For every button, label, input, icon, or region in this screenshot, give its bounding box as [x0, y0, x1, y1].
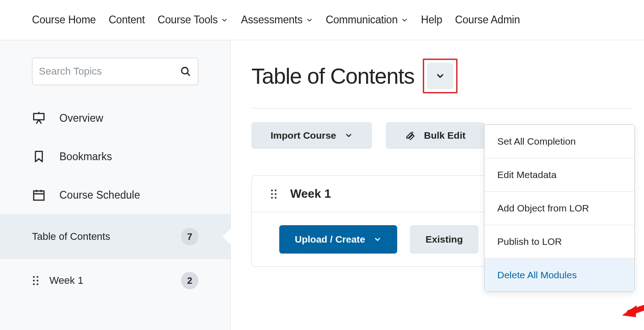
chevron-down-icon — [401, 16, 408, 24]
main-content: Table of Contents Import Course Bulk Edi… — [231, 40, 644, 267]
page-title: Table of Contents — [251, 64, 415, 89]
dd-add-object-from-lor[interactable]: Add Object from LOR — [484, 191, 634, 225]
presentation-icon — [32, 111, 46, 125]
toc-actions-dropdown: Set All Completion Edit Metadata Add Obj… — [484, 124, 635, 292]
svg-point-9 — [271, 189, 273, 191]
nav-assessments[interactable]: Assessments — [241, 14, 313, 26]
existing-activities-button[interactable]: Existing — [410, 225, 479, 254]
calendar-icon — [32, 188, 46, 202]
svg-point-8 — [37, 283, 38, 285]
chevron-down-icon — [306, 16, 313, 24]
svg-marker-15 — [622, 305, 637, 317]
annotation-arrow — [620, 294, 644, 324]
bulk-edit-button[interactable]: Bulk Edit — [386, 122, 485, 149]
sidebar-item-overview[interactable]: Overview — [0, 99, 230, 137]
svg-point-10 — [275, 189, 277, 191]
nav-course-admin[interactable]: Course Admin — [455, 14, 520, 26]
existing-label: Existing — [426, 234, 463, 245]
svg-point-12 — [275, 193, 277, 195]
title-actions-button[interactable] — [427, 63, 453, 89]
nav-communication-label: Communication — [326, 14, 398, 26]
sidebar-item-label: Bookmarks — [59, 151, 112, 163]
chevron-down-icon — [345, 131, 353, 140]
nav-course-tools[interactable]: Course Tools — [158, 14, 228, 26]
sidebar-module-label: Week 1 — [49, 275, 83, 287]
search-box[interactable] — [32, 58, 198, 85]
search-icon[interactable] — [180, 65, 192, 77]
module-title: Week 1 — [290, 187, 331, 201]
svg-rect-2 — [34, 191, 44, 200]
sidebar-item-label: Table of Contents — [32, 231, 110, 243]
nav-communication[interactable]: Communication — [326, 14, 408, 26]
svg-point-5 — [33, 280, 35, 281]
dd-publish-to-lor[interactable]: Publish to LOR — [484, 225, 634, 258]
import-course-button[interactable]: Import Course — [251, 122, 372, 149]
chevron-down-icon — [221, 16, 228, 24]
dd-delete-all-modules[interactable]: Delete All Modules — [484, 258, 634, 292]
divider — [251, 108, 633, 108]
drag-handle-icon[interactable] — [270, 189, 277, 200]
bookmark-icon — [32, 150, 46, 163]
sidebar: Overview Bookmarks Course Schedule Table… — [0, 40, 231, 330]
highlight-box — [423, 59, 458, 93]
sidebar-item-bookmarks[interactable]: Bookmarks — [0, 137, 230, 176]
bulk-edit-label: Bulk Edit — [424, 130, 466, 141]
svg-rect-1 — [34, 114, 44, 120]
nav-content[interactable]: Content — [109, 14, 145, 26]
nav-course-tools-label: Course Tools — [158, 14, 218, 26]
dd-edit-metadata[interactable]: Edit Metadata — [484, 158, 634, 191]
svg-point-3 — [33, 276, 35, 278]
svg-point-11 — [271, 193, 273, 195]
top-nav: Course Home Content Course Tools Assessm… — [0, 0, 644, 40]
search-input[interactable] — [39, 65, 180, 77]
svg-point-4 — [37, 276, 38, 278]
toc-count-badge: 7 — [181, 228, 198, 245]
nav-help[interactable]: Help — [421, 14, 442, 26]
sidebar-item-label: Overview — [59, 112, 103, 124]
svg-point-7 — [33, 283, 35, 285]
upload-create-label: Upload / Create — [295, 234, 365, 245]
drag-handle-icon[interactable] — [32, 275, 39, 286]
chevron-down-icon — [373, 235, 382, 243]
svg-point-14 — [275, 197, 277, 199]
sidebar-item-toc[interactable]: Table of Contents 7 — [0, 214, 230, 259]
svg-point-6 — [37, 280, 38, 281]
dd-set-all-completion[interactable]: Set All Completion — [484, 125, 634, 158]
pencil-icon — [405, 129, 416, 142]
svg-point-13 — [271, 197, 273, 199]
sidebar-item-label: Course Schedule — [59, 189, 140, 201]
sidebar-item-course-schedule[interactable]: Course Schedule — [0, 176, 230, 214]
nav-assessments-label: Assessments — [241, 14, 303, 26]
module-count-badge: 2 — [181, 272, 198, 289]
body: Overview Bookmarks Course Schedule Table… — [0, 40, 644, 330]
import-course-label: Import Course — [271, 130, 336, 141]
upload-create-button[interactable]: Upload / Create — [279, 225, 397, 254]
nav-course-home[interactable]: Course Home — [32, 14, 96, 26]
sidebar-item-module[interactable]: Week 1 2 — [0, 259, 230, 302]
